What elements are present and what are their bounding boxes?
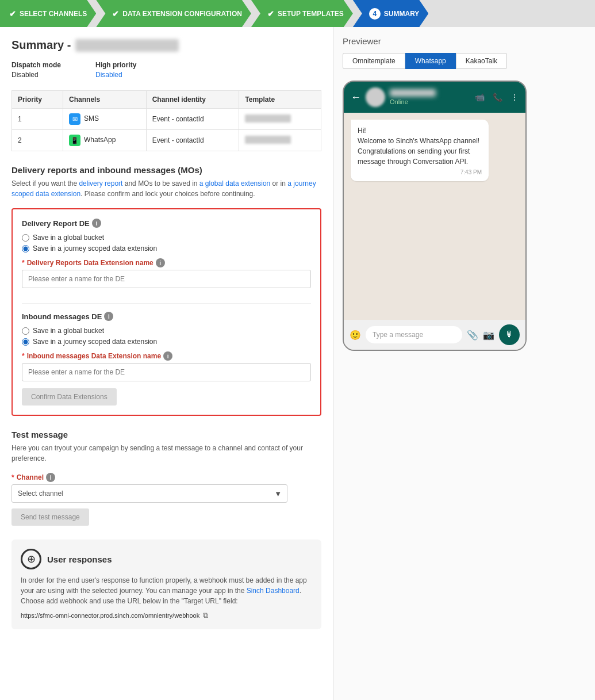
- emoji-icon[interactable]: 🙂: [350, 330, 361, 341]
- summary-title-text: Summary -: [11, 39, 71, 52]
- step-number: 4: [369, 8, 381, 20]
- phone-icon[interactable]: 📞: [493, 93, 502, 102]
- sms-icon: ✉: [69, 113, 80, 125]
- delivery-report-de-title: Delivery Report DE i: [22, 219, 311, 228]
- step-summary[interactable]: 4 SUMMARY: [353, 0, 429, 27]
- step-data-extension[interactable]: ✔ DATA EXTENSION CONFIGURATION: [96, 0, 251, 27]
- tab-whatsapp[interactable]: Whatsapp: [405, 53, 456, 69]
- right-panel: Previewer Omnitemplate Whatsapp KakaoTal…: [333, 27, 595, 700]
- copy-icon[interactable]: ⧉: [203, 611, 208, 620]
- delivery-report-field-label: * Delivery Reports Data Extension name i: [22, 258, 311, 267]
- contact-name-blurred: [390, 89, 436, 97]
- inbound-messages-de-input[interactable]: [22, 363, 311, 381]
- phone-body: Hi!Welcome to Sinch's WhatsApp channel! …: [344, 113, 525, 320]
- radio-global-input[interactable]: [22, 234, 29, 242]
- tab-omnitemplate[interactable]: Omnitemplate: [343, 53, 405, 69]
- radio-journey-input[interactable]: [22, 245, 29, 253]
- main-layout: Summary - Dispatch mode Disabled High pr…: [0, 27, 595, 700]
- send-test-message-button[interactable]: Send test message: [11, 508, 89, 526]
- step-label: SETUP TEMPLATES: [278, 10, 344, 18]
- channel-info-icon[interactable]: i: [46, 473, 55, 482]
- user-responses-section: ⊕ User responses In order for the end us…: [11, 540, 321, 629]
- row-template: [239, 130, 321, 151]
- table-row: 2 📱WhatsApp Event - contactId: [12, 130, 321, 151]
- high-priority-value: Disabled: [95, 71, 122, 79]
- channel-select[interactable]: Select channel: [11, 484, 287, 503]
- table-row: 1 ✉SMS Event - contactId: [12, 109, 321, 130]
- lifebuoy-icon: ⊕: [21, 549, 41, 569]
- user-responses-desc: In order for the end user's response to …: [21, 575, 312, 606]
- inbound-radio-global[interactable]: Save in a global bucket: [22, 327, 311, 335]
- whatsapp-icon: 📱: [69, 135, 80, 146]
- delivery-report-radio-group: Save in a global bucket Save in a journe…: [22, 234, 311, 253]
- more-icon[interactable]: ⋮: [510, 93, 519, 102]
- message-bubble: Hi!Welcome to Sinch's WhatsApp channel! …: [351, 120, 489, 181]
- delivery-report-field-info-icon[interactable]: i: [156, 258, 165, 267]
- inbound-messages-info-icon[interactable]: i: [104, 312, 113, 321]
- delivery-section-title: Delivery reports and inbound messages (M…: [11, 165, 321, 175]
- summary-name-blurred: [75, 39, 179, 52]
- video-icon[interactable]: 📹: [475, 93, 485, 102]
- tab-kakaotalk[interactable]: KakaoTalk: [456, 53, 507, 69]
- col-identity: Channel identity: [146, 91, 239, 109]
- step-setup-templates[interactable]: ✔ SETUP TEMPLATES: [251, 0, 353, 27]
- message-time: 7:43 PM: [358, 169, 482, 175]
- high-priority-label: High priority: [95, 61, 136, 69]
- message-text: Hi!Welcome to Sinch's WhatsApp channel! …: [358, 125, 482, 167]
- phone-contact-info: Online: [390, 89, 470, 106]
- delivery-report-radio-journey[interactable]: Save in a journey scoped data extension: [22, 244, 311, 253]
- left-panel: Summary - Dispatch mode Disabled High pr…: [0, 27, 333, 700]
- phone-footer: 🙂 Type a message 📎 📷 🎙: [344, 320, 525, 350]
- inbound-messages-field-label: * Inbound messages Data Extension name i: [22, 351, 311, 361]
- global-de-link[interactable]: a global data extension: [199, 179, 270, 188]
- divider: [22, 303, 311, 304]
- user-responses-header: ⊕ User responses: [21, 549, 312, 569]
- test-message-title: Test message: [11, 430, 321, 439]
- row-priority: 1: [12, 109, 63, 130]
- inbound-field-info-icon[interactable]: i: [163, 351, 172, 361]
- delivery-report-radio-global[interactable]: Save in a global bucket: [22, 234, 311, 242]
- delivery-report-link[interactable]: delivery report: [79, 179, 122, 188]
- col-priority: Priority: [12, 91, 63, 109]
- phone-status: Online: [390, 98, 408, 105]
- radio-journey-input[interactable]: [22, 338, 29, 346]
- test-message-desc: Here you can tryout your campaign by sen…: [11, 443, 321, 464]
- send-button[interactable]: 🎙: [499, 324, 520, 345]
- dispatch-mode-label: Dispatch mode: [11, 61, 61, 69]
- delivery-section-desc: Select if you want the delivery report a…: [11, 178, 321, 199]
- row-priority: 2: [12, 130, 63, 151]
- step-label: SUMMARY: [384, 10, 420, 18]
- camera-icon[interactable]: 📷: [483, 330, 494, 341]
- test-message-section: Test message Here you can tryout your ca…: [11, 430, 321, 526]
- inbound-messages-de-title: Inbound messages DE i: [22, 312, 311, 321]
- tab-group: Omnitemplate Whatsapp KakaoTalk: [343, 53, 586, 69]
- delivery-report-info-icon[interactable]: i: [92, 219, 101, 228]
- attachment-icon[interactable]: 📎: [467, 330, 478, 341]
- dispatch-mode-value: Disabled: [11, 71, 39, 79]
- journey-de-link[interactable]: a journey scoped data extension: [11, 179, 316, 198]
- summary-table: Priority Channels Channel identity Templ…: [11, 90, 321, 151]
- sinch-dashboard-link[interactable]: Sinch Dashboard: [247, 587, 300, 595]
- message-input[interactable]: Type a message: [366, 326, 462, 343]
- inbound-messages-radio-group: Save in a global bucket Save in a journe…: [22, 327, 311, 346]
- step-select-channels[interactable]: ✔ SELECT CHANNELS: [0, 0, 96, 27]
- channel-field-label: * Channel i: [11, 473, 321, 482]
- phone-header: ← Online 📹 📞 ⋮: [344, 82, 525, 113]
- check-icon: ✔: [267, 9, 274, 18]
- step-label: SELECT CHANNELS: [20, 10, 87, 18]
- previewer-label: Previewer: [343, 36, 586, 46]
- back-icon[interactable]: ←: [351, 91, 361, 104]
- check-icon: ✔: [9, 9, 16, 18]
- delivery-report-de-input[interactable]: [22, 270, 311, 288]
- col-template: Template: [239, 91, 321, 109]
- row-channel: 📱WhatsApp: [63, 130, 147, 151]
- inbound-radio-journey[interactable]: Save in a journey scoped data extension: [22, 338, 311, 346]
- channel-select-wrapper: Select channel ▼: [11, 484, 287, 503]
- avatar: [366, 87, 385, 107]
- webhook-url: https://sfmc-omni-connector.prod.sinch.c…: [21, 611, 312, 620]
- row-identity: Event - contactId: [146, 130, 239, 151]
- confirm-data-extensions-button[interactable]: Confirm Data Extensions: [22, 388, 117, 406]
- dispatch-mode: Dispatch mode Disabled: [11, 61, 61, 79]
- radio-global-input[interactable]: [22, 327, 29, 335]
- row-template: [239, 109, 321, 130]
